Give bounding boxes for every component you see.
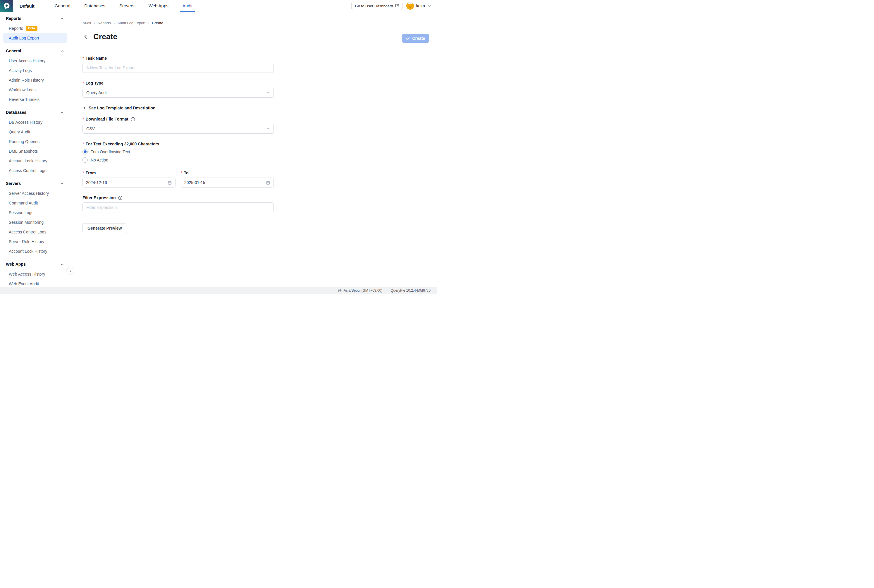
required-mark: * — [82, 117, 84, 122]
sidebar-item-web-event-audit[interactable]: Web Event Audit — [3, 279, 67, 287]
radio-unselected-icon — [82, 158, 88, 163]
sidebar-item-activity-logs[interactable]: Activity Logs — [3, 66, 67, 75]
sidebar-item-label: Reports — [9, 26, 23, 31]
file-format-select[interactable]: CSV — [82, 124, 274, 134]
nav-tab-audit[interactable]: Audit — [175, 0, 199, 12]
user-menu[interactable]: keira — [406, 2, 431, 10]
user-name: keira — [416, 3, 425, 8]
create-button[interactable]: Create — [402, 34, 429, 43]
sidebar-item-access-control-logs[interactable]: Access Control Logs — [3, 166, 67, 175]
navbar-right: Go to User Dashboard keira — [351, 2, 437, 10]
sidebar-item-admin-role-history[interactable]: Admin Role History — [3, 75, 67, 85]
sidebar-item-web-access-history[interactable]: Web Access History — [3, 269, 67, 279]
sidebar-item-reports[interactable]: ReportsBeta — [3, 23, 67, 33]
go-to-user-dashboard-button[interactable]: Go to User Dashboard — [351, 2, 402, 10]
sidebar-section-general[interactable]: General — [0, 46, 70, 56]
chevron-up-icon — [60, 49, 64, 53]
required-mark: * — [181, 171, 182, 175]
nav-tab-general[interactable]: General — [48, 0, 77, 12]
sidebar-collapse-button[interactable] — [66, 267, 74, 275]
info-icon[interactable] — [118, 196, 123, 200]
sidebar-item-workflow-logs[interactable]: Workflow Logs — [3, 85, 67, 94]
sidebar-item-user-access-history[interactable]: User Access History — [3, 56, 67, 66]
sidebar-item-audit-log-export[interactable]: Audit Log Export — [3, 33, 67, 43]
check-icon — [406, 37, 410, 40]
sidebar-item-reverse-tunnels[interactable]: Reverse Tunnels — [3, 94, 67, 104]
breadcrumb-item-reports[interactable]: Reports — [98, 21, 111, 25]
workspace-name[interactable]: Default — [19, 3, 34, 9]
log-template-toggle[interactable]: See Log Template and Description — [82, 106, 274, 110]
nav-tab-databases[interactable]: Databases — [77, 0, 112, 12]
sidebar-item-label: Web Event Audit — [9, 281, 39, 286]
sidebar-section-reports[interactable]: Reports — [0, 14, 70, 23]
sidebar-item-label: Server Access History — [9, 191, 49, 196]
sidebar-item-server-access-history[interactable]: Server Access History — [3, 188, 67, 198]
filter-expression-label: Filter Expression — [82, 195, 274, 200]
dashboard-button-label: Go to User Dashboard — [355, 4, 393, 8]
sidebar-item-label: Query Audit — [9, 130, 30, 134]
chevron-up-icon — [60, 262, 64, 266]
chevron-up-icon — [60, 182, 64, 186]
external-link-icon — [395, 4, 399, 8]
sidebar-section-databases[interactable]: Databases — [0, 108, 70, 117]
sidebar-item-command-audit[interactable]: Command Audit — [3, 198, 67, 208]
breadcrumb-item-audit-log-export[interactable]: Audit Log Export — [117, 21, 145, 25]
sidebar-item-label: Account Lock History — [9, 159, 47, 163]
nav-tab-web-apps[interactable]: Web Apps — [142, 0, 175, 12]
sidebar-item-db-access-history[interactable]: DB Access History — [3, 117, 67, 127]
version-text: QueryPie 10.2.4-b0d67c0 — [390, 288, 430, 292]
breadcrumb-separator: › — [148, 21, 149, 25]
sidebar-item-label: User Access History — [9, 58, 45, 63]
sidebar-item-label: Session Logs — [9, 210, 33, 215]
required-mark: * — [82, 56, 84, 60]
task-name-input[interactable] — [82, 63, 274, 73]
timezone-indicator[interactable]: Asia/Seoul (GMT+09:00) — [338, 288, 382, 292]
beta-badge: Beta — [26, 26, 37, 31]
sidebar-section-title: Servers — [6, 181, 21, 186]
info-icon[interactable] — [131, 117, 135, 122]
log-type-select[interactable]: Query Audit — [82, 88, 274, 98]
radio-option-label: No Action — [91, 158, 108, 162]
sidebar-section-web-apps[interactable]: Web Apps — [0, 260, 70, 269]
sidebar-item-query-audit[interactable]: Query Audit — [3, 127, 67, 136]
sidebar-item-label: Server Role History — [9, 239, 44, 244]
sidebar-item-label: Access Control Logs — [9, 230, 46, 234]
log-template-toggle-label: See Log Template and Description — [88, 106, 155, 110]
breadcrumb-item-create: Create — [152, 21, 163, 25]
filter-expression-input[interactable] — [82, 202, 274, 212]
radio-option-trim-overflowing-text[interactable]: Trim Overflowing Text — [82, 149, 274, 154]
to-date-input[interactable]: 2025-01-15 — [181, 178, 274, 188]
nav-tab-servers[interactable]: Servers — [112, 0, 142, 12]
sidebar-item-session-logs[interactable]: Session Logs — [3, 208, 67, 218]
sidebar-section-servers[interactable]: Servers — [0, 179, 70, 188]
required-mark: * — [82, 142, 84, 146]
log-type-value: Query Audit — [86, 90, 108, 95]
sidebar-item-session-monitoring[interactable]: Session Monitoring — [3, 218, 67, 227]
user-avatar — [406, 2, 414, 10]
from-date-value: 2024-12-16 — [86, 180, 107, 185]
querypie-logo-icon[interactable] — [0, 0, 13, 12]
breadcrumb: Audit›Reports›Audit Log Export›Create — [82, 21, 437, 25]
sidebar-item-label: Access Control Logs — [9, 168, 46, 173]
sidebar-item-label: Audit Log Export — [9, 36, 39, 40]
chevron-up-icon — [60, 111, 64, 114]
sidebar-item-server-role-history[interactable]: Server Role History — [3, 237, 67, 246]
sidebar-item-account-lock-history[interactable]: Account Lock History — [3, 246, 67, 256]
overflow-behavior-label: * For Text Exceeding 32,000 Characters — [82, 142, 274, 146]
sidebar-section-title: Web Apps — [6, 262, 26, 267]
sidebar-item-account-lock-history[interactable]: Account Lock History — [3, 156, 67, 166]
main-content: Audit›Reports›Audit Log Export›Create Cr… — [70, 12, 437, 287]
sidebar-item-access-control-logs[interactable]: Access Control Logs — [3, 227, 67, 237]
file-format-value: CSV — [86, 126, 95, 131]
sidebar-item-label: Web Access History — [9, 272, 45, 276]
back-button[interactable] — [82, 34, 89, 40]
sidebar-item-dml-snapshots[interactable]: DML Snapshots — [3, 146, 67, 156]
sidebar-item-label: Session Monitoring — [9, 220, 43, 225]
breadcrumb-item-audit[interactable]: Audit — [82, 21, 91, 25]
required-mark: * — [82, 81, 84, 86]
radio-option-no-action[interactable]: No Action — [82, 158, 274, 163]
generate-preview-button[interactable]: Generate Preview — [82, 223, 127, 233]
sidebar-item-label: Workflow Logs — [9, 87, 36, 92]
from-date-input[interactable]: 2024-12-16 — [82, 178, 175, 188]
sidebar-item-running-queries[interactable]: Running Queries — [3, 136, 67, 146]
